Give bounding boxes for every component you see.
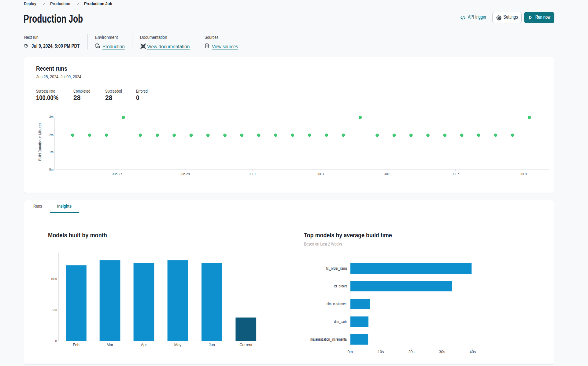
svg-text:Jul 9: Jul 9 <box>520 172 527 176</box>
svg-text:Current: Current <box>239 343 252 347</box>
svg-text:Jul 7: Jul 7 <box>452 172 459 176</box>
svg-text:2m: 2m <box>49 133 54 137</box>
svg-text:Jul 3: Jul 3 <box>316 172 324 176</box>
svg-text:0: 0 <box>55 339 57 343</box>
svg-text:Mar: Mar <box>107 343 113 347</box>
svg-text:fct_orders: fct_orders <box>334 284 347 288</box>
svg-text:Jun: Jun <box>209 343 215 347</box>
svg-text:3m: 3m <box>49 115 54 119</box>
svg-text:dim_parts: dim_parts <box>334 320 347 324</box>
svg-text:1m: 1m <box>49 150 54 154</box>
svg-text:Build Duration in Minutes: Build Duration in Minutes <box>38 123 42 161</box>
svg-text:May: May <box>174 343 182 347</box>
svg-text:40s: 40s <box>470 350 476 354</box>
svg-text:materialization_incremental: materialization_incremental <box>310 337 347 342</box>
svg-text:Apr: Apr <box>141 343 147 347</box>
svg-text:30s: 30s <box>439 350 445 354</box>
svg-text:0m: 0m <box>347 350 353 354</box>
svg-text:Jul 1: Jul 1 <box>249 172 256 176</box>
svg-text:20s: 20s <box>408 350 414 354</box>
svg-text:Feb: Feb <box>73 343 80 347</box>
svg-text:1000: 1000 <box>51 277 57 281</box>
svg-text:500: 500 <box>52 308 57 312</box>
svg-text:dim_customers: dim_customers <box>327 302 347 306</box>
svg-text:Jun 27: Jun 27 <box>112 172 122 176</box>
svg-text:10s: 10s <box>378 350 384 354</box>
svg-text:Jun 29: Jun 29 <box>180 172 190 176</box>
svg-text:0m: 0m <box>49 168 54 171</box>
svg-text:Jul 5: Jul 5 <box>384 172 391 176</box>
svg-text:fct_order_items: fct_order_items <box>326 266 347 271</box>
